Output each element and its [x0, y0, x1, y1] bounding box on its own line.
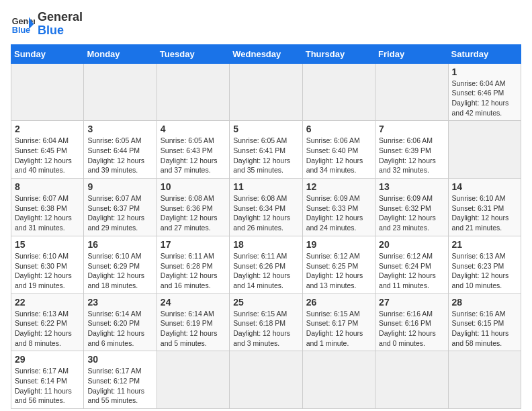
- calendar-day-cell: 22 Sunrise: 6:13 AMSunset: 6:22 PMDaylig…: [11, 293, 84, 351]
- day-number: 15: [15, 239, 80, 250]
- day-info: Sunrise: 6:17 AMSunset: 6:12 PMDaylight:…: [87, 366, 152, 406]
- empty-cell: [302, 351, 375, 409]
- calendar-day-cell: 9 Sunrise: 6:07 AMSunset: 6:37 PMDayligh…: [84, 179, 157, 236]
- day-number: 22: [15, 297, 80, 308]
- calendar-week-row: 29 Sunrise: 6:17 AMSunset: 6:14 PMDaylig…: [11, 351, 521, 409]
- day-number: 12: [306, 181, 371, 192]
- day-info: Sunrise: 6:12 AMSunset: 6:24 PMDaylight:…: [379, 251, 444, 291]
- day-number: 28: [452, 297, 517, 308]
- calendar-day-cell: 24 Sunrise: 6:14 AMSunset: 6:19 PMDaylig…: [157, 293, 229, 351]
- calendar-day-cell: 17 Sunrise: 6:11 AMSunset: 6:28 PMDaylig…: [157, 236, 229, 293]
- svg-text:Blue: Blue: [12, 25, 30, 34]
- empty-cell: [375, 351, 448, 409]
- day-info: Sunrise: 6:16 AMSunset: 6:16 PMDaylight:…: [379, 309, 444, 349]
- empty-cell: [448, 121, 521, 179]
- day-number: 4: [161, 124, 226, 134]
- calendar-day-cell: 16 Sunrise: 6:10 AMSunset: 6:29 PMDaylig…: [84, 236, 157, 293]
- calendar-day-cell: 29 Sunrise: 6:17 AMSunset: 6:14 PMDaylig…: [11, 351, 84, 409]
- calendar-day-cell: 14 Sunrise: 6:10 AMSunset: 6:31 PMDaylig…: [448, 179, 521, 236]
- day-info: Sunrise: 6:16 AMSunset: 6:15 PMDaylight:…: [452, 309, 517, 349]
- calendar-day-cell: 25 Sunrise: 6:15 AMSunset: 6:18 PMDaylig…: [230, 293, 302, 351]
- empty-cell: [157, 63, 229, 121]
- day-number: 20: [379, 239, 444, 250]
- day-info: Sunrise: 6:05 AMSunset: 6:44 PMDaylight:…: [87, 136, 152, 175]
- calendar-week-row: 8 Sunrise: 6:07 AMSunset: 6:38 PMDayligh…: [11, 179, 521, 236]
- day-info: Sunrise: 6:10 AMSunset: 6:30 PMDaylight:…: [15, 251, 80, 291]
- day-number: 10: [161, 181, 226, 192]
- day-number: 14: [452, 181, 517, 192]
- empty-cell: [230, 63, 302, 121]
- calendar-day-cell: 18 Sunrise: 6:11 AMSunset: 6:26 PMDaylig…: [230, 236, 302, 293]
- day-number: 9: [87, 181, 152, 192]
- day-info: Sunrise: 6:12 AMSunset: 6:25 PMDaylight:…: [306, 251, 371, 291]
- day-number: 17: [161, 239, 226, 250]
- day-info: Sunrise: 6:08 AMSunset: 6:34 PMDaylight:…: [233, 193, 298, 233]
- page-header: General Blue General Blue: [11, 11, 521, 38]
- empty-cell: [302, 63, 375, 121]
- weekday-header: Saturday: [448, 44, 521, 63]
- calendar-day-cell: 15 Sunrise: 6:10 AMSunset: 6:30 PMDaylig…: [11, 236, 84, 293]
- logo-icon: General Blue: [11, 12, 35, 36]
- day-number: 19: [306, 239, 371, 250]
- day-number: 13: [379, 181, 444, 192]
- calendar-week-row: 1 Sunrise: 6:04 AMSunset: 6:46 PMDayligh…: [11, 63, 521, 121]
- day-info: Sunrise: 6:13 AMSunset: 6:23 PMDaylight:…: [452, 251, 517, 291]
- day-info: Sunrise: 6:09 AMSunset: 6:33 PMDaylight:…: [306, 193, 371, 233]
- calendar-day-cell: 10 Sunrise: 6:08 AMSunset: 6:36 PMDaylig…: [157, 179, 229, 236]
- calendar-day-cell: 1 Sunrise: 6:04 AMSunset: 6:46 PMDayligh…: [448, 63, 521, 121]
- day-number: 24: [161, 297, 226, 308]
- weekday-header: Friday: [375, 44, 448, 63]
- calendar-week-row: 22 Sunrise: 6:13 AMSunset: 6:22 PMDaylig…: [11, 293, 521, 351]
- empty-cell: [157, 351, 229, 409]
- day-number: 7: [379, 124, 444, 134]
- calendar-day-cell: 11 Sunrise: 6:08 AMSunset: 6:34 PMDaylig…: [230, 179, 302, 236]
- day-info: Sunrise: 6:14 AMSunset: 6:19 PMDaylight:…: [161, 309, 226, 349]
- day-number: 18: [233, 239, 298, 250]
- day-number: 27: [379, 297, 444, 308]
- day-info: Sunrise: 6:11 AMSunset: 6:26 PMDaylight:…: [233, 251, 298, 291]
- day-info: Sunrise: 6:06 AMSunset: 6:39 PMDaylight:…: [379, 136, 444, 175]
- empty-cell: [84, 63, 157, 121]
- day-number: 2: [15, 124, 80, 134]
- calendar-week-row: 2 Sunrise: 6:04 AMSunset: 6:45 PMDayligh…: [11, 121, 521, 179]
- day-number: 26: [306, 297, 371, 308]
- day-info: Sunrise: 6:06 AMSunset: 6:40 PMDaylight:…: [306, 136, 371, 175]
- calendar-day-cell: 23 Sunrise: 6:14 AMSunset: 6:20 PMDaylig…: [84, 293, 157, 351]
- calendar-day-cell: 12 Sunrise: 6:09 AMSunset: 6:33 PMDaylig…: [302, 179, 375, 236]
- weekday-header: Thursday: [302, 44, 375, 63]
- calendar-table: SundayMondayTuesdayWednesdayThursdayFrid…: [11, 44, 521, 410]
- calendar-day-cell: 26 Sunrise: 6:15 AMSunset: 6:17 PMDaylig…: [302, 293, 375, 351]
- day-info: Sunrise: 6:04 AMSunset: 6:45 PMDaylight:…: [15, 136, 80, 175]
- calendar-day-cell: 7 Sunrise: 6:06 AMSunset: 6:39 PMDayligh…: [375, 121, 448, 179]
- logo-blue: Blue: [38, 24, 83, 38]
- day-number: 29: [15, 354, 80, 365]
- logo-general: General: [38, 11, 83, 24]
- calendar-day-cell: 3 Sunrise: 6:05 AMSunset: 6:44 PMDayligh…: [84, 121, 157, 179]
- day-number: 5: [233, 124, 298, 134]
- calendar-day-cell: 20 Sunrise: 6:12 AMSunset: 6:24 PMDaylig…: [375, 236, 448, 293]
- day-info: Sunrise: 6:07 AMSunset: 6:37 PMDaylight:…: [87, 193, 152, 233]
- day-info: Sunrise: 6:05 AMSunset: 6:43 PMDaylight:…: [161, 136, 226, 175]
- empty-cell: [11, 63, 84, 121]
- empty-cell: [448, 351, 521, 409]
- calendar-day-cell: 5 Sunrise: 6:05 AMSunset: 6:41 PMDayligh…: [230, 121, 302, 179]
- logo: General Blue General Blue: [11, 11, 83, 38]
- weekday-header-row: SundayMondayTuesdayWednesdayThursdayFrid…: [11, 44, 521, 63]
- day-number: 11: [233, 181, 298, 192]
- day-info: Sunrise: 6:14 AMSunset: 6:20 PMDaylight:…: [87, 309, 152, 349]
- day-info: Sunrise: 6:04 AMSunset: 6:46 PMDaylight:…: [452, 79, 517, 118]
- empty-cell: [230, 351, 302, 409]
- day-info: Sunrise: 6:08 AMSunset: 6:36 PMDaylight:…: [161, 193, 226, 233]
- calendar-day-cell: 6 Sunrise: 6:06 AMSunset: 6:40 PMDayligh…: [302, 121, 375, 179]
- calendar-week-row: 15 Sunrise: 6:10 AMSunset: 6:30 PMDaylig…: [11, 236, 521, 293]
- day-number: 30: [87, 354, 152, 365]
- day-info: Sunrise: 6:05 AMSunset: 6:41 PMDaylight:…: [233, 136, 298, 175]
- day-number: 1: [452, 66, 517, 77]
- calendar-day-cell: 27 Sunrise: 6:16 AMSunset: 6:16 PMDaylig…: [375, 293, 448, 351]
- day-info: Sunrise: 6:11 AMSunset: 6:28 PMDaylight:…: [161, 251, 226, 291]
- weekday-header: Sunday: [11, 44, 84, 63]
- calendar-day-cell: 13 Sunrise: 6:09 AMSunset: 6:32 PMDaylig…: [375, 179, 448, 236]
- calendar-day-cell: 8 Sunrise: 6:07 AMSunset: 6:38 PMDayligh…: [11, 179, 84, 236]
- calendar-day-cell: 2 Sunrise: 6:04 AMSunset: 6:45 PMDayligh…: [11, 121, 84, 179]
- day-number: 16: [87, 239, 152, 250]
